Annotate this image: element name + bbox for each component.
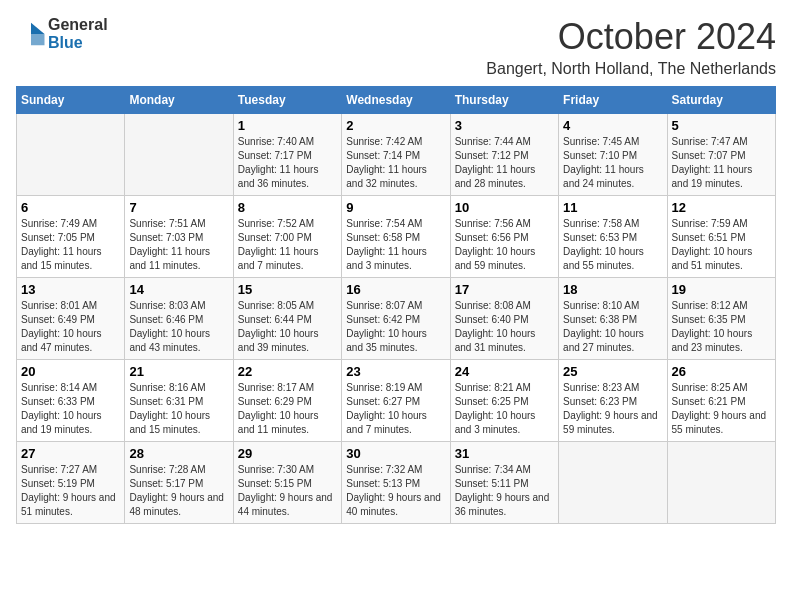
calendar-cell: 11Sunrise: 7:58 AM Sunset: 6:53 PM Dayli…: [559, 196, 667, 278]
calendar-cell: 10Sunrise: 7:56 AM Sunset: 6:56 PM Dayli…: [450, 196, 558, 278]
day-number: 15: [238, 282, 337, 297]
calendar-cell: 8Sunrise: 7:52 AM Sunset: 7:00 PM Daylig…: [233, 196, 341, 278]
month-title: October 2024: [486, 16, 776, 58]
calendar-cell: 1Sunrise: 7:40 AM Sunset: 7:17 PM Daylig…: [233, 114, 341, 196]
day-info: Sunrise: 8:16 AM Sunset: 6:31 PM Dayligh…: [129, 381, 228, 437]
day-number: 7: [129, 200, 228, 215]
day-info: Sunrise: 8:12 AM Sunset: 6:35 PM Dayligh…: [672, 299, 771, 355]
day-info: Sunrise: 7:28 AM Sunset: 5:17 PM Dayligh…: [129, 463, 228, 519]
svg-marker-0: [31, 22, 45, 33]
logo: General Blue: [16, 16, 108, 51]
calendar-cell: 3Sunrise: 7:44 AM Sunset: 7:12 PM Daylig…: [450, 114, 558, 196]
day-info: Sunrise: 7:44 AM Sunset: 7:12 PM Dayligh…: [455, 135, 554, 191]
calendar-week-4: 20Sunrise: 8:14 AM Sunset: 6:33 PM Dayli…: [17, 360, 776, 442]
day-number: 9: [346, 200, 445, 215]
calendar-cell: 4Sunrise: 7:45 AM Sunset: 7:10 PM Daylig…: [559, 114, 667, 196]
calendar-cell: 2Sunrise: 7:42 AM Sunset: 7:14 PM Daylig…: [342, 114, 450, 196]
day-number: 21: [129, 364, 228, 379]
day-info: Sunrise: 7:58 AM Sunset: 6:53 PM Dayligh…: [563, 217, 662, 273]
day-number: 12: [672, 200, 771, 215]
calendar-cell: 21Sunrise: 8:16 AM Sunset: 6:31 PM Dayli…: [125, 360, 233, 442]
day-number: 11: [563, 200, 662, 215]
day-info: Sunrise: 8:01 AM Sunset: 6:49 PM Dayligh…: [21, 299, 120, 355]
calendar-cell: 25Sunrise: 8:23 AM Sunset: 6:23 PM Dayli…: [559, 360, 667, 442]
day-info: Sunrise: 7:32 AM Sunset: 5:13 PM Dayligh…: [346, 463, 445, 519]
day-info: Sunrise: 8:08 AM Sunset: 6:40 PM Dayligh…: [455, 299, 554, 355]
logo-general: General: [48, 16, 108, 34]
header-saturday: Saturday: [667, 87, 775, 114]
day-number: 3: [455, 118, 554, 133]
header-friday: Friday: [559, 87, 667, 114]
day-info: Sunrise: 7:42 AM Sunset: 7:14 PM Dayligh…: [346, 135, 445, 191]
day-info: Sunrise: 8:10 AM Sunset: 6:38 PM Dayligh…: [563, 299, 662, 355]
calendar-cell: 17Sunrise: 8:08 AM Sunset: 6:40 PM Dayli…: [450, 278, 558, 360]
calendar-cell: 31Sunrise: 7:34 AM Sunset: 5:11 PM Dayli…: [450, 442, 558, 524]
day-number: 19: [672, 282, 771, 297]
day-number: 17: [455, 282, 554, 297]
day-info: Sunrise: 7:34 AM Sunset: 5:11 PM Dayligh…: [455, 463, 554, 519]
title-section: October 2024 Bangert, North Holland, The…: [486, 16, 776, 78]
day-info: Sunrise: 7:45 AM Sunset: 7:10 PM Dayligh…: [563, 135, 662, 191]
calendar-header-row: SundayMondayTuesdayWednesdayThursdayFrid…: [17, 87, 776, 114]
day-number: 16: [346, 282, 445, 297]
calendar-cell: [125, 114, 233, 196]
calendar-cell: 7Sunrise: 7:51 AM Sunset: 7:03 PM Daylig…: [125, 196, 233, 278]
calendar-cell: 22Sunrise: 8:17 AM Sunset: 6:29 PM Dayli…: [233, 360, 341, 442]
calendar-cell: 16Sunrise: 8:07 AM Sunset: 6:42 PM Dayli…: [342, 278, 450, 360]
header-wednesday: Wednesday: [342, 87, 450, 114]
calendar-cell: [559, 442, 667, 524]
day-number: 25: [563, 364, 662, 379]
day-info: Sunrise: 7:59 AM Sunset: 6:51 PM Dayligh…: [672, 217, 771, 273]
day-number: 14: [129, 282, 228, 297]
day-info: Sunrise: 7:52 AM Sunset: 7:00 PM Dayligh…: [238, 217, 337, 273]
day-number: 1: [238, 118, 337, 133]
calendar-week-3: 13Sunrise: 8:01 AM Sunset: 6:49 PM Dayli…: [17, 278, 776, 360]
day-info: Sunrise: 7:30 AM Sunset: 5:15 PM Dayligh…: [238, 463, 337, 519]
location: Bangert, North Holland, The Netherlands: [486, 60, 776, 78]
header-tuesday: Tuesday: [233, 87, 341, 114]
day-info: Sunrise: 7:47 AM Sunset: 7:07 PM Dayligh…: [672, 135, 771, 191]
day-info: Sunrise: 8:21 AM Sunset: 6:25 PM Dayligh…: [455, 381, 554, 437]
header-sunday: Sunday: [17, 87, 125, 114]
day-number: 29: [238, 446, 337, 461]
day-number: 6: [21, 200, 120, 215]
calendar-cell: 18Sunrise: 8:10 AM Sunset: 6:38 PM Dayli…: [559, 278, 667, 360]
day-info: Sunrise: 8:14 AM Sunset: 6:33 PM Dayligh…: [21, 381, 120, 437]
calendar-cell: 23Sunrise: 8:19 AM Sunset: 6:27 PM Dayli…: [342, 360, 450, 442]
day-info: Sunrise: 7:54 AM Sunset: 6:58 PM Dayligh…: [346, 217, 445, 273]
day-number: 4: [563, 118, 662, 133]
calendar-cell: 14Sunrise: 8:03 AM Sunset: 6:46 PM Dayli…: [125, 278, 233, 360]
calendar-cell: 30Sunrise: 7:32 AM Sunset: 5:13 PM Dayli…: [342, 442, 450, 524]
day-info: Sunrise: 8:19 AM Sunset: 6:27 PM Dayligh…: [346, 381, 445, 437]
svg-marker-1: [31, 34, 45, 45]
calendar-cell: 6Sunrise: 7:49 AM Sunset: 7:05 PM Daylig…: [17, 196, 125, 278]
calendar-cell: 9Sunrise: 7:54 AM Sunset: 6:58 PM Daylig…: [342, 196, 450, 278]
day-info: Sunrise: 8:05 AM Sunset: 6:44 PM Dayligh…: [238, 299, 337, 355]
day-info: Sunrise: 8:03 AM Sunset: 6:46 PM Dayligh…: [129, 299, 228, 355]
day-number: 20: [21, 364, 120, 379]
calendar-cell: 24Sunrise: 8:21 AM Sunset: 6:25 PM Dayli…: [450, 360, 558, 442]
page-header: General Blue October 2024 Bangert, North…: [16, 16, 776, 78]
day-number: 2: [346, 118, 445, 133]
calendar-cell: 20Sunrise: 8:14 AM Sunset: 6:33 PM Dayli…: [17, 360, 125, 442]
day-number: 31: [455, 446, 554, 461]
calendar-cell: 28Sunrise: 7:28 AM Sunset: 5:17 PM Dayli…: [125, 442, 233, 524]
day-info: Sunrise: 7:49 AM Sunset: 7:05 PM Dayligh…: [21, 217, 120, 273]
calendar-week-5: 27Sunrise: 7:27 AM Sunset: 5:19 PM Dayli…: [17, 442, 776, 524]
day-info: Sunrise: 8:17 AM Sunset: 6:29 PM Dayligh…: [238, 381, 337, 437]
logo-text: General Blue: [48, 16, 108, 51]
day-number: 10: [455, 200, 554, 215]
day-number: 24: [455, 364, 554, 379]
calendar-week-1: 1Sunrise: 7:40 AM Sunset: 7:17 PM Daylig…: [17, 114, 776, 196]
day-number: 28: [129, 446, 228, 461]
day-info: Sunrise: 7:27 AM Sunset: 5:19 PM Dayligh…: [21, 463, 120, 519]
day-info: Sunrise: 8:25 AM Sunset: 6:21 PM Dayligh…: [672, 381, 771, 437]
calendar-cell: 13Sunrise: 8:01 AM Sunset: 6:49 PM Dayli…: [17, 278, 125, 360]
calendar-cell: 26Sunrise: 8:25 AM Sunset: 6:21 PM Dayli…: [667, 360, 775, 442]
calendar-week-2: 6Sunrise: 7:49 AM Sunset: 7:05 PM Daylig…: [17, 196, 776, 278]
calendar-cell: 12Sunrise: 7:59 AM Sunset: 6:51 PM Dayli…: [667, 196, 775, 278]
day-info: Sunrise: 7:56 AM Sunset: 6:56 PM Dayligh…: [455, 217, 554, 273]
day-number: 22: [238, 364, 337, 379]
calendar-cell: [17, 114, 125, 196]
calendar-cell: 15Sunrise: 8:05 AM Sunset: 6:44 PM Dayli…: [233, 278, 341, 360]
